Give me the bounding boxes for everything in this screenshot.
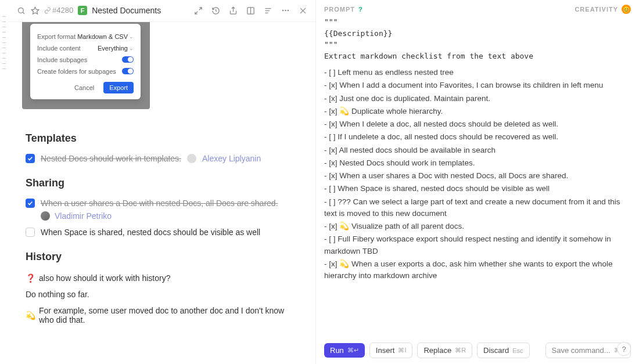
check-item: Nested Docs should work in templates.Ale… bbox=[26, 152, 298, 165]
svg-point-9 bbox=[285, 10, 286, 12]
user-link[interactable]: Alexey Liplyanin bbox=[202, 154, 261, 163]
share-icon[interactable] bbox=[228, 6, 238, 15]
export-row-value[interactable]: Everything ⌄ bbox=[98, 45, 134, 52]
checkbox[interactable] bbox=[26, 199, 35, 208]
checklist-line: - [x] 💫 Visualize path of all parent doc… bbox=[324, 220, 631, 233]
export-row: Create folders for subpages bbox=[37, 66, 134, 77]
export-row-label: Create folders for subpages bbox=[37, 68, 116, 75]
svg-point-10 bbox=[287, 10, 289, 12]
doc-title: Nested Documents bbox=[92, 6, 161, 15]
section-title-sharing: Sharing bbox=[26, 177, 298, 189]
prompt-label: PROMPT ? bbox=[324, 6, 363, 13]
checklist-line: - [x] All nested docs should be availabl… bbox=[324, 144, 631, 157]
document-content: Export formatMarkdown & CSV ⌄Include con… bbox=[8, 22, 315, 365]
export-row: Export formatMarkdown & CSV ⌄ bbox=[37, 31, 134, 42]
checklist-line: - [ ] When Space is shared, nested docs … bbox=[324, 182, 631, 195]
check-item-text: When a user shares a Doc with nested Doc… bbox=[41, 199, 278, 208]
left-rail bbox=[0, 0, 8, 364]
section-title-templates: Templates bbox=[26, 132, 298, 145]
doc-type-badge: F bbox=[78, 6, 87, 15]
check-item-text: When Space is shared, nested docs should… bbox=[41, 228, 260, 237]
body-text: 💫For example, some user moved doc to ano… bbox=[26, 302, 298, 328]
section-title-history: History bbox=[26, 251, 298, 263]
checklist-line: - [ ] Full Fibery workspace export shoul… bbox=[324, 233, 631, 258]
history-icon[interactable] bbox=[211, 6, 220, 15]
checklist-line: - [x] Just one doc is duplicated. Mainta… bbox=[324, 92, 631, 105]
body-text: Do nothing so far. bbox=[26, 286, 298, 302]
export-button[interactable]: Export bbox=[103, 82, 134, 93]
toggle[interactable] bbox=[122, 56, 134, 63]
replace-button[interactable]: Replace⌘R bbox=[417, 343, 472, 358]
insert-button[interactable]: Insert⌘I bbox=[369, 343, 413, 358]
expand-icon[interactable] bbox=[193, 6, 203, 15]
sparkle-icon: 💫 bbox=[26, 311, 35, 320]
avatar bbox=[41, 211, 50, 221]
checklist-line: - [x] 💫 When a user exports a doc, ask h… bbox=[324, 258, 631, 283]
question-icon: ❓ bbox=[26, 273, 35, 283]
export-row: Include contentEverything ⌄ bbox=[37, 42, 134, 54]
check-item: When Space is shared, nested docs should… bbox=[26, 225, 298, 239]
creativity-label[interactable]: CREATIVITY 😊 bbox=[575, 5, 631, 14]
ai-actions: Run⌘↵ Insert⌘I Replace⌘R DiscardEsc Save… bbox=[316, 337, 639, 364]
more-icon[interactable] bbox=[281, 6, 290, 15]
search-icon[interactable] bbox=[16, 6, 26, 15]
checklist-line: - [x] When I delete a doc, all nested do… bbox=[324, 118, 631, 131]
checkbox[interactable] bbox=[26, 228, 35, 237]
checklist-line: - [x] When a user shares a Doc with nest… bbox=[324, 170, 631, 182]
creativity-face-icon: 😊 bbox=[622, 5, 631, 14]
export-row-value[interactable]: Markdown & CSV ⌄ bbox=[77, 33, 134, 40]
checklist-line: - [ ] ??? Can we select a large part of … bbox=[324, 196, 631, 221]
discard-button[interactable]: DiscardEsc bbox=[477, 343, 529, 358]
export-row: Include subpages bbox=[37, 54, 134, 66]
document-header: #4280 F Nested Documents bbox=[8, 0, 315, 22]
export-row-label: Export format bbox=[37, 33, 76, 40]
check-item-text: Nested Docs should work in templates. bbox=[41, 154, 181, 163]
run-button[interactable]: Run⌘↵ bbox=[324, 343, 365, 358]
prompt-text: """ {{Description}} """ Extract markdown… bbox=[324, 16, 631, 62]
ai-content[interactable]: """ {{Description}} """ Extract markdown… bbox=[316, 16, 639, 337]
doc-id[interactable]: #4280 bbox=[44, 6, 73, 16]
toggle[interactable] bbox=[122, 68, 134, 74]
list-icon[interactable] bbox=[263, 6, 272, 15]
user-link[interactable]: Vladimir Petriko bbox=[55, 211, 112, 221]
avatar bbox=[187, 154, 196, 163]
export-dialog: Export formatMarkdown & CSV ⌄Include con… bbox=[30, 24, 141, 99]
export-row-label: Include subpages bbox=[37, 56, 87, 63]
checklist-line: - [x] 💫 Duplicate whole hierarchy. bbox=[324, 105, 631, 118]
svg-line-1 bbox=[23, 12, 24, 14]
embedded-screenshot: Export formatMarkdown & CSV ⌄Include con… bbox=[22, 22, 150, 109]
checklist-line: - [ ] Left menu as endless nested tree bbox=[324, 66, 631, 79]
star-icon[interactable] bbox=[30, 6, 40, 15]
help-icon[interactable]: ? bbox=[617, 342, 631, 356]
svg-marker-2 bbox=[31, 7, 39, 14]
ai-panel: PROMPT ? CREATIVITY 😊 """ {{Description}… bbox=[316, 0, 639, 364]
cancel-button[interactable]: Cancel bbox=[70, 82, 99, 93]
body-text: ❓also how should it work with history? bbox=[26, 270, 298, 286]
check-item: When a user shares a Doc with nested Doc… bbox=[26, 196, 298, 210]
checklist-line: - [ ] If I undelete a doc, all nested do… bbox=[324, 131, 631, 143]
doc-number: #4280 bbox=[52, 6, 73, 15]
close-icon[interactable] bbox=[298, 6, 307, 15]
checklist-line: - [x] When I add a document into Favorit… bbox=[324, 79, 631, 92]
panel-icon[interactable] bbox=[246, 6, 255, 15]
checkbox[interactable] bbox=[26, 154, 35, 163]
main-panel: #4280 F Nested Documents Export formatMa… bbox=[8, 0, 316, 364]
export-row-label: Include content bbox=[37, 45, 81, 52]
generated-checklist: - [ ] Left menu as endless nested tree- … bbox=[324, 66, 631, 282]
svg-point-8 bbox=[282, 10, 283, 12]
svg-point-0 bbox=[18, 8, 23, 13]
checklist-line: - [x] Nested Docs should work in templat… bbox=[324, 157, 631, 170]
